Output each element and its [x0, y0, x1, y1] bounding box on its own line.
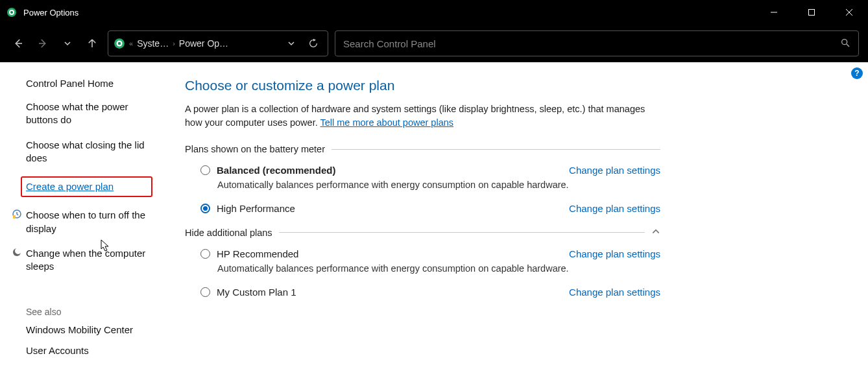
- minimize-button[interactable]: [755, 0, 793, 25]
- sidebar-link-computer-sleeps[interactable]: Change when the computer sleeps: [26, 247, 152, 274]
- sidebar-link-create-power-plan[interactable]: Create a power plan: [21, 176, 152, 197]
- see-also-header: See also: [26, 307, 152, 317]
- content: ? Control Panel Home Choose what the pow…: [0, 62, 868, 378]
- search-icon[interactable]: [840, 38, 850, 50]
- sidebar-link-create-power-plan-text[interactable]: Create a power plan: [26, 181, 114, 192]
- moon-icon: [12, 247, 22, 257]
- plan-high-performance-name[interactable]: High Performance: [217, 203, 295, 214]
- plan-high-performance: High Performance Change plan settings: [185, 202, 660, 218]
- search-box[interactable]: [335, 30, 859, 56]
- breadcrumb[interactable]: « Syste… › Power Op…: [108, 30, 328, 56]
- svg-line-13: [847, 44, 849, 47]
- svg-rect-4: [809, 10, 815, 16]
- plan-custom-1-name[interactable]: My Custom Plan 1: [217, 287, 296, 298]
- refresh-button[interactable]: [304, 34, 322, 53]
- plan-hp-recommended: HP Recommended Change plan settings Auto…: [185, 247, 660, 278]
- up-button[interactable]: [83, 34, 101, 53]
- change-settings-hp[interactable]: Change plan settings: [569, 248, 660, 259]
- page-description: A power plan is a collection of hardware…: [185, 102, 660, 130]
- control-panel-home-link[interactable]: Control Panel Home: [26, 78, 152, 89]
- hide-additional-plans-label[interactable]: Hide additional plans: [185, 228, 272, 238]
- plan-balanced-desc: Automatically balances performance with …: [217, 180, 660, 190]
- plan-custom-1: My Custom Plan 1 Change plan settings: [185, 285, 660, 301]
- sidebar-link-power-buttons[interactable]: Choose what the power buttons do: [26, 100, 152, 127]
- back-button[interactable]: [9, 34, 27, 53]
- radio-custom-1[interactable]: [200, 287, 210, 297]
- see-also-user-accounts[interactable]: User Accounts: [26, 344, 152, 357]
- window-title: Power Options: [23, 8, 78, 18]
- radio-high-performance[interactable]: [200, 204, 210, 213]
- svg-point-11: [118, 42, 121, 45]
- breadcrumb-icon: [114, 38, 125, 49]
- maximize-button[interactable]: [793, 0, 830, 25]
- search-input[interactable]: [343, 38, 840, 49]
- breadcrumb-crumb-2[interactable]: Power Op…: [179, 38, 228, 49]
- plan-balanced-name[interactable]: Balanced (recommended): [217, 165, 335, 176]
- forward-button[interactable]: [34, 34, 52, 53]
- radio-balanced[interactable]: [200, 165, 210, 175]
- change-settings-balanced[interactable]: Change plan settings: [569, 165, 660, 176]
- svg-point-16: [15, 248, 21, 254]
- plan-balanced: Balanced (recommended) Change plan setti…: [185, 163, 660, 194]
- svg-point-2: [10, 11, 13, 14]
- plan-hp-recommended-name[interactable]: HP Recommended: [217, 248, 298, 259]
- breadcrumb-dropdown[interactable]: [282, 34, 300, 53]
- plan-hp-recommended-desc: Automatically balances performance with …: [217, 263, 660, 274]
- radio-hp-recommended[interactable]: [200, 249, 210, 259]
- close-button[interactable]: [830, 0, 868, 25]
- change-settings-custom-1[interactable]: Change plan settings: [569, 287, 660, 298]
- sidebar-link-closing-lid[interactable]: Choose what closing the lid does: [26, 139, 152, 165]
- section-plans-label: Plans shown on the battery meter: [185, 144, 660, 154]
- titlebar: Power Options: [0, 0, 868, 25]
- breadcrumb-parent-chevron: «: [129, 40, 133, 47]
- chevron-right-icon: ›: [173, 40, 175, 47]
- learn-more-link[interactable]: Tell me more about power plans: [320, 117, 453, 128]
- section-plans-label-text: Plans shown on the battery meter: [185, 144, 325, 154]
- breadcrumb-crumb-1[interactable]: Syste…: [137, 38, 169, 49]
- recent-dropdown[interactable]: [58, 34, 77, 53]
- main-panel: Choose or customize a power plan A power…: [165, 62, 868, 378]
- sidebar: Control Panel Home Choose what the power…: [0, 62, 165, 378]
- chevron-up-icon[interactable]: [651, 227, 660, 238]
- change-settings-high-performance[interactable]: Change plan settings: [569, 203, 660, 214]
- app-icon: [6, 7, 17, 18]
- clock-shield-icon: [12, 209, 22, 219]
- svg-point-12: [842, 39, 847, 44]
- page-title: Choose or customize a power plan: [185, 78, 660, 93]
- see-also-mobility-center[interactable]: Windows Mobility Center: [26, 324, 152, 337]
- navbar: « Syste… › Power Op…: [0, 25, 868, 62]
- sidebar-link-turn-off-display[interactable]: Choose when to turn off the display: [26, 209, 152, 235]
